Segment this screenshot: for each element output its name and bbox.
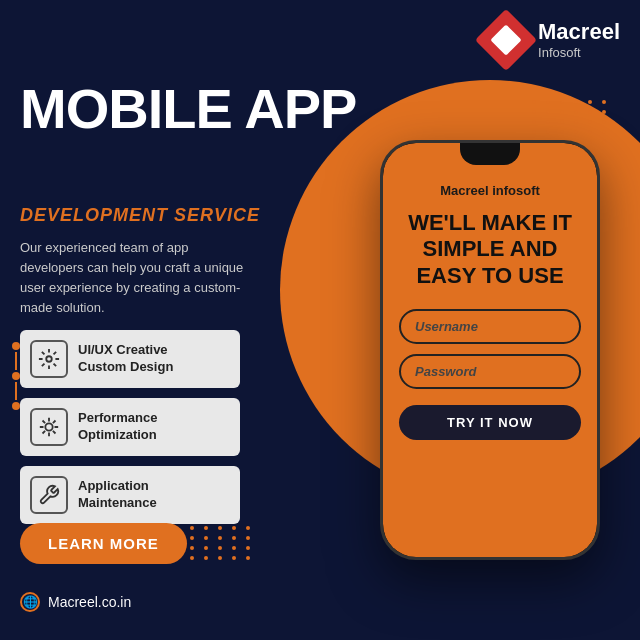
uiux-icon [30, 340, 68, 378]
try-it-now-button[interactable]: TRY IT NOW [399, 405, 581, 440]
dot-pattern-top [532, 100, 610, 144]
phone-screen: Macreel infosoft WE'LL MAKE IT SIMPLE AN… [383, 143, 597, 557]
username-input[interactable] [399, 309, 581, 344]
feature-item-maintenance: Application Maintenance [20, 466, 240, 524]
logo-diamond-icon [475, 9, 537, 71]
logo-area: Macreel Infosoft [484, 18, 620, 62]
dot-pattern-bottom [190, 526, 254, 560]
phone-mockup: Macreel infosoft WE'LL MAKE IT SIMPLE AN… [380, 140, 610, 560]
heading-line1: MOBILE APP [20, 77, 356, 140]
feature-label-performance: Performance Optimization [78, 410, 224, 444]
website-area: 🌐 Macreel.co.in [20, 592, 131, 612]
v-dot-1 [12, 342, 20, 350]
logo-text: Macreel Infosoft [538, 20, 620, 59]
sub-heading: DEVELOPMENT SERVICE [20, 205, 260, 226]
main-heading: MOBILE APP [20, 80, 356, 139]
v-dot-3 [12, 402, 20, 410]
svg-point-0 [46, 356, 52, 362]
logo-diamond-inner [490, 24, 521, 55]
hero-description: Our experienced team of app developers c… [20, 238, 250, 319]
password-input[interactable] [399, 354, 581, 389]
v-line-1 [15, 352, 17, 370]
feature-item-performance: Performance Optimization [20, 398, 240, 456]
features-list: UI/UX CreativeCustom Design Performance … [20, 330, 240, 524]
main-container: Macreel Infosoft MOBILE APP DEVELOPMENT … [0, 0, 640, 640]
phone-brand-text: Macreel infosoft [440, 183, 540, 198]
svg-point-1 [45, 423, 52, 430]
learn-more-button[interactable]: LEARN MORE [20, 523, 187, 564]
brand-name: Macreel [538, 20, 620, 44]
v-dot-2 [12, 372, 20, 380]
brand-subtitle: Infosoft [538, 45, 620, 60]
maintenance-icon [30, 476, 68, 514]
feature-label-uiux: UI/UX CreativeCustom Design [78, 342, 173, 376]
vertical-dots [12, 340, 20, 412]
v-line-2 [15, 382, 17, 400]
website-url: Macreel.co.in [48, 594, 131, 610]
phone-outer: Macreel infosoft WE'LL MAKE IT SIMPLE AN… [380, 140, 600, 560]
feature-label-maintenance: Application Maintenance [78, 478, 224, 512]
performance-icon [30, 408, 68, 446]
phone-notch [460, 143, 520, 165]
feature-item-uiux: UI/UX CreativeCustom Design [20, 330, 240, 388]
phone-headline: WE'LL MAKE IT SIMPLE AND EASY TO USE [399, 210, 581, 289]
globe-icon: 🌐 [20, 592, 40, 612]
